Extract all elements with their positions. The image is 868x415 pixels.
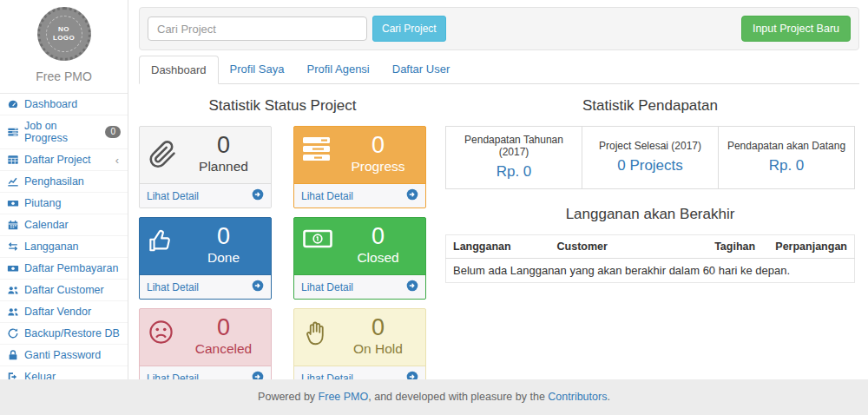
footer-text: .	[607, 391, 609, 403]
lihat-detail-label: Lihat Detail	[301, 190, 353, 202]
brand-name: Free PMO	[0, 66, 128, 93]
sidebar-item-label: Daftar Project	[24, 154, 90, 166]
sidebar-item-label: Dashboard	[24, 98, 77, 110]
stat-value: Rp. 0	[724, 157, 849, 175]
footer-text: Powered by	[258, 391, 318, 403]
tab-profil-saya[interactable]: Profil Saya	[219, 56, 296, 83]
project-search-panel: Cari Project Input Project Baru	[139, 7, 859, 50]
arrow-circle-icon	[252, 280, 264, 294]
stat-label: Project Selesai (2017)	[588, 140, 713, 152]
income-column: Statistik Pendapatan Pendapatan Tahunan …	[445, 84, 855, 391]
sidebar-item-ganti-password[interactable]: Ganti Password	[0, 345, 128, 366]
status-card-planned: 0 Planned Lihat Detail	[139, 126, 272, 208]
sidebar-item-penghasilan[interactable]: Penghasilan	[0, 171, 128, 193]
arrow-circle-icon	[406, 280, 418, 294]
thumbs-up-icon	[148, 228, 175, 257]
card-body: 0 Canceled	[140, 309, 271, 366]
lihat-detail-link[interactable]: Lihat Detail	[140, 183, 271, 208]
card-count: 0	[183, 314, 264, 341]
table-icon	[7, 154, 19, 166]
tab-dashboard[interactable]: Dashboard	[139, 56, 219, 84]
status-card-progress: 0 Progress Lihat Detail	[293, 126, 426, 208]
card-label: Planned	[183, 159, 264, 175]
card-count: 0	[338, 223, 418, 250]
card-count: 0	[338, 132, 418, 159]
tab-profil-agensi[interactable]: Profil Agensi	[295, 56, 380, 83]
frown-icon	[148, 319, 174, 348]
card-body: 0 Closed	[294, 218, 425, 274]
subscription-table: Langganan Customer Tagihan Perpanjangan …	[445, 234, 855, 283]
col-perpanjangan: Perpanjangan	[768, 235, 854, 259]
dashboard-icon	[7, 98, 19, 110]
search-button[interactable]: Cari Project	[372, 16, 446, 42]
sidebar: NO LOGO Free PMO Dashboard Job on Progre…	[0, 0, 128, 379]
card-body: 0 Progress	[294, 127, 425, 183]
job-count-badge: 0	[105, 126, 121, 138]
sidebar-item-daftar-project[interactable]: Daftar Project ‹	[0, 149, 128, 171]
arrow-circle-icon	[252, 188, 264, 203]
sidebar-item-label: Daftar Vendor	[24, 306, 91, 318]
card-label: Canceled	[183, 341, 264, 358]
sidebar-item-daftar-vendor[interactable]: Daftar Vendor	[0, 301, 128, 323]
income-section-title: Statistik Pendapatan	[445, 97, 855, 115]
input-project-baru-button[interactable]: Input Project Baru	[741, 16, 851, 42]
sidebar-item-label: Daftar Customer	[24, 284, 104, 296]
col-tagihan: Tagihan	[707, 235, 768, 259]
sidebar-item-label: Penghasilan	[24, 175, 84, 188]
sidebar-item-label: Calendar	[24, 219, 69, 231]
paperclip-icon	[148, 137, 177, 175]
sidebar-item-label: Daftar Pembayaran	[24, 262, 118, 274]
card-body: 0 Done	[140, 218, 271, 274]
main-content: Cari Project Input Project Baru Dashboar…	[129, 0, 868, 379]
income-stats-table: Pendapatan Tahunan (2017) Rp. 0 Project …	[445, 126, 855, 189]
card-label: Closed	[338, 250, 418, 267]
status-column: Statistik Status Project 0 Planned Lihat…	[139, 84, 426, 391]
sidebar-item-daftar-pembayaran[interactable]: Daftar Pembayaran	[0, 258, 128, 280]
contributors-link[interactable]: Contributors	[548, 391, 607, 403]
lihat-detail-label: Lihat Detail	[147, 281, 199, 293]
hand-paper-icon	[303, 319, 327, 351]
lihat-detail-link[interactable]: Lihat Detail	[294, 274, 425, 299]
sidebar-item-label: Backup/Restore DB	[24, 327, 120, 339]
line-chart-icon	[7, 175, 19, 188]
chevron-left-icon: ‹	[115, 155, 121, 166]
stat-cell: Pendapatan akan Datang Rp. 0	[719, 127, 855, 189]
tab-daftar-user[interactable]: Daftar User	[381, 56, 461, 83]
sidebar-item-backup-restore[interactable]: Backup/Restore DB	[0, 323, 128, 345]
stat-label: Pendapatan Tahunan (2017)	[451, 134, 576, 158]
lihat-detail-label: Lihat Detail	[147, 190, 199, 202]
search-input[interactable]	[148, 16, 367, 41]
no-logo-text: NO LOGO	[50, 25, 78, 43]
dashboard-content: Statistik Status Project 0 Planned Lihat…	[139, 84, 855, 391]
lihat-detail-link[interactable]: Lihat Detail	[140, 274, 271, 299]
stat-label: Pendapatan akan Datang	[724, 140, 849, 152]
sidebar-item-piutang[interactable]: Piutang	[0, 193, 128, 214]
sidebar-item-langganan[interactable]: Langganan	[0, 236, 128, 258]
stat-cell: Pendapatan Tahunan (2017) Rp. 0	[446, 127, 582, 189]
sidebar-item-label: Piutang	[24, 197, 61, 209]
sidebar-item-job-on-progress[interactable]: Job on Progress 0	[0, 115, 128, 149]
card-count: 0	[183, 223, 264, 250]
no-logo-seal: NO LOGO	[37, 7, 91, 61]
sidebar-item-daftar-customer[interactable]: Daftar Customer	[0, 280, 128, 301]
status-card-onhold: 0 On Hold Lihat Detail	[293, 308, 426, 391]
sidebar-item-label: Job on Progress	[24, 120, 100, 144]
table-header-row: Langganan Customer Tagihan Perpanjangan	[446, 235, 855, 259]
stat-value: 0 Projects	[588, 157, 713, 175]
users-icon	[7, 284, 19, 296]
stat-value: Rp. 0	[451, 163, 576, 181]
status-card-closed: 0 Closed Lihat Detail	[293, 217, 426, 300]
card-label: Progress	[338, 159, 418, 175]
empty-subscription-message: Belum ada Langganan yang akan berakhir d…	[446, 259, 855, 283]
sidebar-item-label: Langganan	[24, 240, 79, 253]
money-icon	[7, 197, 19, 209]
status-cards-grid: 0 Planned Lihat Detail 0 Progress	[139, 126, 426, 391]
no-logo-seal-inner: NO LOGO	[46, 16, 82, 52]
sidebar-item-dashboard[interactable]: Dashboard	[0, 94, 128, 115]
lihat-detail-link[interactable]: Lihat Detail	[294, 183, 425, 208]
free-pmo-link[interactable]: Free PMO	[319, 391, 369, 403]
sidebar-menu: Dashboard Job on Progress 0 Daftar Proje…	[0, 94, 128, 388]
refresh-icon	[7, 327, 19, 339]
lihat-detail-label: Lihat Detail	[301, 281, 353, 293]
sidebar-item-calendar[interactable]: Calendar	[0, 214, 128, 236]
